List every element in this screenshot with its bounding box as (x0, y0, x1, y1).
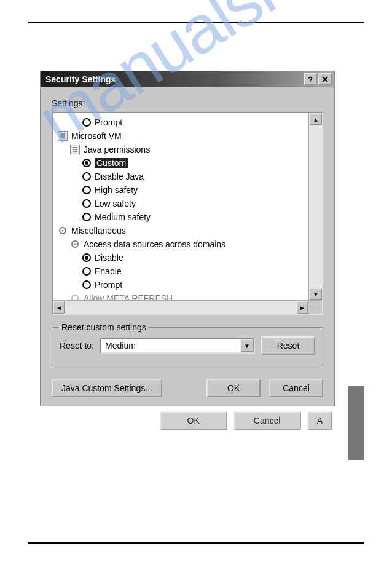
option-label: High safety (95, 185, 138, 195)
group-java-permissions: Java permissions (53, 143, 308, 156)
category-icon (58, 226, 68, 236)
radio-high-safety[interactable]: High safety (53, 183, 308, 197)
group-label: Access data sources across domains (84, 239, 225, 249)
cancel-button[interactable]: Cancel (269, 379, 323, 397)
scroll-up-button[interactable]: ▲ (309, 113, 323, 125)
vertical-scrollbar[interactable]: ▲ ▼ (308, 113, 322, 300)
reset-custom-settings-group: Reset custom settings Reset to: Medium ▼… (52, 327, 323, 365)
ok-button[interactable]: OK (206, 379, 261, 397)
scroll-down-button[interactable]: ▼ (309, 288, 323, 300)
dialog-container: Security Settings ? Settings: Prompt Mic… (40, 71, 335, 430)
group-miscellaneous: Miscellaneous (53, 224, 308, 237)
radio-selected-icon (82, 253, 91, 262)
parent-dialog-buttons: OK Cancel A (40, 411, 332, 430)
scroll-right-button[interactable]: ► (296, 301, 308, 314)
radio-disable-java[interactable]: Disable Java (53, 170, 308, 183)
security-settings-dialog: Security Settings ? Settings: Prompt Mic… (40, 71, 335, 406)
horizontal-scrollbar[interactable]: ◄ ► (53, 300, 322, 314)
radio-prompt[interactable]: Prompt (53, 116, 308, 129)
radio-icon (82, 118, 91, 127)
fieldset-legend: Reset custom settings (58, 322, 149, 332)
group-label: Allow META REFRESH (84, 293, 173, 300)
option-label: Medium safety (95, 212, 151, 222)
titlebar[interactable]: Security Settings ? (41, 71, 334, 87)
reset-button[interactable]: Reset (261, 336, 315, 355)
category-icon (70, 239, 80, 249)
close-button[interactable] (318, 73, 332, 85)
option-label: Prompt (95, 117, 122, 127)
parent-apply-button[interactable]: A (307, 411, 332, 430)
tree-content: Prompt Microsoft VM Java permissions Cus… (53, 113, 308, 300)
parent-cancel-button[interactable]: Cancel (233, 411, 301, 430)
option-label: Prompt (95, 280, 122, 290)
dialog-body: Settings: Prompt Microsoft VM Java permi… (41, 87, 334, 406)
radio-icon (82, 267, 91, 276)
option-label-selected: Custom (95, 158, 128, 168)
radio-disable[interactable]: Disable (53, 251, 308, 264)
reset-to-label: Reset to: (60, 341, 94, 351)
radio-selected-icon (82, 159, 91, 167)
radio-icon (82, 199, 91, 208)
settings-label: Settings: (52, 98, 323, 108)
radio-prompt2[interactable]: Prompt (53, 278, 308, 291)
group-access-data-sources: Access data sources across domains (53, 237, 308, 251)
group-allow-meta-refresh: Allow META REFRESH (53, 291, 308, 300)
radio-icon (82, 186, 91, 194)
page-bottom-rule (28, 542, 364, 544)
group-label: Java permissions (84, 145, 150, 154)
radio-custom[interactable]: Custom (53, 156, 308, 170)
option-label: Enable (95, 266, 122, 276)
option-label: Low safety (95, 199, 136, 208)
reset-row: Reset to: Medium ▼ Reset (60, 336, 315, 355)
option-label: Disable Java (95, 172, 144, 181)
group-label: Microsoft VM (71, 131, 122, 141)
category-icon (70, 293, 80, 300)
reset-to-combobox[interactable]: Medium ▼ (100, 338, 255, 354)
radio-icon (82, 280, 91, 289)
java-custom-settings-button[interactable]: Java Custom Settings... (52, 379, 162, 397)
close-icon (322, 76, 328, 82)
radio-enable[interactable]: Enable (53, 264, 308, 278)
radio-low-safety[interactable]: Low safety (53, 197, 308, 210)
svg-point-4 (72, 295, 78, 300)
option-label: Disable (95, 253, 123, 263)
scroll-corner (308, 301, 322, 314)
combo-dropdown-button[interactable]: ▼ (240, 339, 254, 352)
dialog-button-row: Java Custom Settings... OK Cancel (52, 379, 323, 397)
radio-icon (82, 172, 91, 181)
page-top-rule (28, 22, 364, 23)
combo-value: Medium (105, 341, 136, 351)
parent-ok-button[interactable]: OK (160, 411, 227, 430)
svg-point-3 (74, 244, 76, 245)
radio-medium-safety[interactable]: Medium safety (53, 210, 308, 224)
svg-point-1 (62, 230, 64, 232)
help-button[interactable]: ? (304, 73, 317, 85)
group-microsoft-vm: Microsoft VM (53, 129, 308, 143)
titlebar-title: Security Settings (45, 74, 302, 84)
side-tab (348, 386, 364, 460)
scroll-left-button[interactable]: ◄ (53, 301, 65, 314)
document-icon (70, 145, 80, 154)
radio-icon (82, 213, 91, 221)
scroll-track[interactable] (65, 301, 296, 314)
settings-tree[interactable]: Prompt Microsoft VM Java permissions Cus… (52, 112, 323, 315)
document-icon (58, 131, 68, 141)
group-label: Miscellaneous (71, 226, 126, 236)
